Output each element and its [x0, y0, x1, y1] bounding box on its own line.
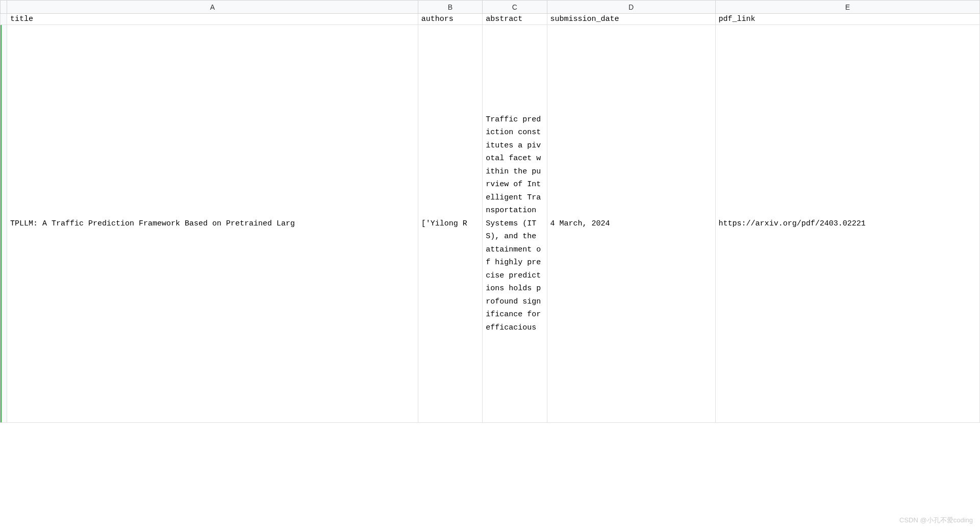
cell-C1[interactable]: abstract — [483, 14, 547, 25]
column-header-D[interactable]: D — [547, 1, 715, 14]
cell-E1[interactable]: pdf_link — [715, 14, 979, 25]
cell-D2-submission-date[interactable]: 4 March, 2024 — [547, 25, 715, 423]
data-row-2: TPLLM: A Traffic Prediction Framework Ba… — [1, 25, 980, 423]
cell-A1[interactable]: title — [7, 14, 418, 25]
cell-D1[interactable]: submission_date — [547, 14, 715, 25]
column-header-C[interactable]: C — [483, 1, 547, 14]
cell-A2-title[interactable]: TPLLM: A Traffic Prediction Framework Ba… — [7, 25, 418, 423]
cell-B2-authors[interactable]: ['Yilong R — [418, 25, 482, 423]
cell-E2-pdf-link[interactable]: https://arxiv.org/pdf/2403.02221 — [715, 25, 979, 423]
corner-cell[interactable] — [1, 1, 7, 14]
cell-B1[interactable]: authors — [418, 14, 482, 25]
spreadsheet-table: A B C D E title authors abstract submiss… — [0, 0, 980, 423]
header-data-row: title authors abstract submission_date p… — [1, 14, 980, 25]
column-header-B[interactable]: B — [418, 1, 482, 14]
cell-C2-abstract[interactable]: Traffic prediction constitutes a pivotal… — [483, 25, 547, 423]
column-header-A[interactable]: A — [7, 1, 418, 14]
column-header-row: A B C D E — [1, 1, 980, 14]
column-header-E[interactable]: E — [715, 1, 979, 14]
row-header-1[interactable] — [1, 14, 7, 25]
row-selection-indicator — [1, 25, 2, 422]
row-header-2[interactable] — [1, 25, 7, 423]
